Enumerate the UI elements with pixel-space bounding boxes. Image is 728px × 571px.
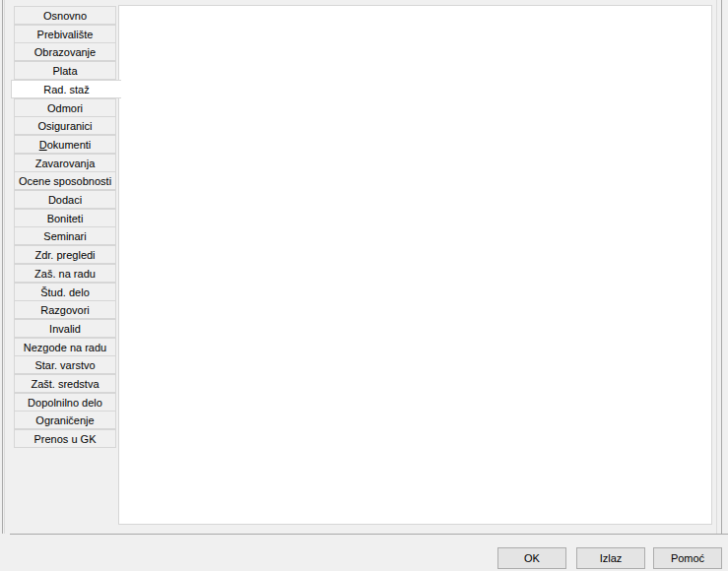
sidebar-item-odmori[interactable]: Odmori [14,98,116,117]
sidebar-item-nezgode-na-radu[interactable]: Nezgode na radu [14,338,116,356]
sidebar-item-razgovori[interactable]: Razgovori [14,300,116,319]
ok-button[interactable]: OK [497,547,566,569]
sidebar-item-osiguranici[interactable]: Osiguranici [14,116,116,135]
tab-content-panel [118,5,712,525]
pomoc-button[interactable]: Pomoć [653,547,722,569]
sidebar-item-zavarovanja[interactable]: Zavarovanja [14,154,116,172]
sidebar-item-rad-sta[interactable]: Rad. staž [11,80,121,98]
sidebar-item-ocene-sposobnosti[interactable]: Ocene sposobnosti [14,171,116,190]
window-right-border [721,0,722,534]
sidebar-item-tud-delo[interactable]: Štud. delo [14,283,116,301]
sidebar-item-osnovno[interactable]: Osnovno [14,6,116,25]
sidebar-item-boniteti[interactable]: Boniteti [14,209,116,227]
sidebar-item-dodaci[interactable]: Dodaci [14,190,116,209]
sidebar-item-zdr-pregledi[interactable]: Zdr. pregledi [14,245,116,264]
window-right-border-inner [716,0,717,534]
sidebar-item-za-t-sredstva[interactable]: Zašt. sredstva [14,374,116,393]
sidebar-item-prebivali-te[interactable]: Prebivalište [14,25,116,43]
dialog-window: OsnovnoPrebivališteObrazovanjePlataRad. … [0,0,728,571]
sidebar-item-invalid[interactable]: Invalid [14,319,116,338]
sidebar-item-obrazovanje[interactable]: Obrazovanje [14,42,116,61]
sidebar-item-dokumenti[interactable]: Dokumenti [14,135,116,154]
sidebar-item-seminari[interactable]: Seminari [14,226,116,245]
sidebar-item-ograni-enje[interactable]: Ograničenje [14,411,116,429]
sidebar-item-za-na-radu[interactable]: Zaš. na radu [14,264,116,283]
izlaz-button[interactable]: Izlaz [576,547,645,569]
sidebar-item-dopolnilno-delo[interactable]: Dopolnilno delo [14,393,116,412]
sidebar-item-plata[interactable]: Plata [14,61,116,80]
sidebar-item-prenos-u-gk[interactable]: Prenos u GK [14,429,116,448]
sidebar: OsnovnoPrebivališteObrazovanjePlataRad. … [0,0,124,463]
window-bottom-divider [10,534,728,535]
sidebar-item-star-varstvo[interactable]: Star. varstvo [14,355,116,374]
